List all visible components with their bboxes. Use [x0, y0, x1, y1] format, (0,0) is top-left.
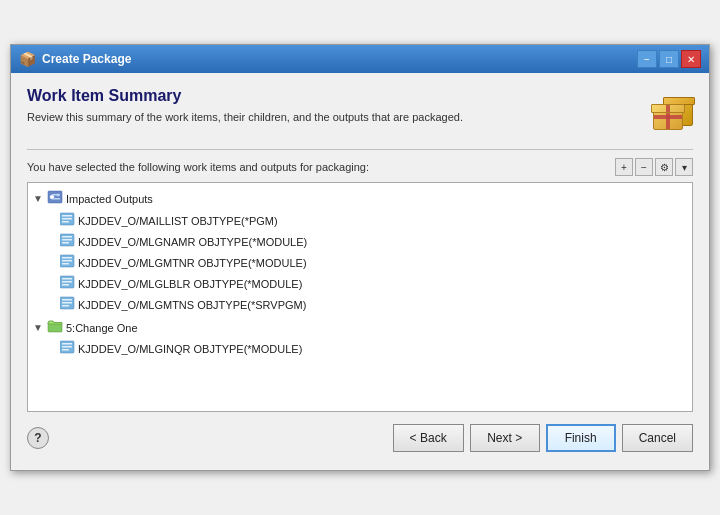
expander-impacted[interactable]: ▼ — [32, 193, 44, 204]
package-icon — [653, 94, 683, 130]
item-mlglblr-label: KJDDEV_O/MLGLBLR OBJTYPE(*MODULE) — [78, 278, 302, 290]
tree-toolbar: + − ⚙ ▾ — [615, 158, 693, 176]
next-button[interactable]: Next > — [470, 424, 540, 452]
tree-section-label-text: You have selected the following work ite… — [27, 161, 369, 173]
svg-rect-20 — [62, 284, 69, 286]
window-title: Create Package — [42, 52, 131, 66]
list-item[interactable]: KJDDEV_O/MAILLIST OBJTYPE(*PGM) — [60, 210, 688, 231]
dialog-footer: ? < Back Next > Finish Cancel — [27, 412, 693, 460]
list-item[interactable]: KJDDEV_O/MLGMTNR OBJTYPE(*MODULE) — [60, 252, 688, 273]
cancel-button[interactable]: Cancel — [622, 424, 693, 452]
impacted-outputs-children: KJDDEV_O/MAILLIST OBJTYPE(*PGM) KJDDEV_O… — [32, 210, 688, 315]
create-package-window: 📦 Create Package − □ ✕ Work Item Summary… — [10, 44, 710, 471]
item-mlgmtnr-label: KJDDEV_O/MLGMTNR OBJTYPE(*MODULE) — [78, 257, 307, 269]
item-mlginqr-label: KJDDEV_O/MLGINQR OBJTYPE(*MODULE) — [78, 343, 302, 355]
svg-rect-15 — [62, 260, 72, 262]
expand-all-button[interactable]: + — [615, 158, 633, 176]
header-icon — [643, 87, 693, 137]
svg-rect-8 — [62, 221, 69, 223]
svg-rect-4 — [52, 198, 60, 200]
obj-icon-mlgmtnr — [60, 254, 75, 271]
dropdown-button[interactable]: ▾ — [675, 158, 693, 176]
close-button[interactable]: ✕ — [681, 50, 701, 68]
obj-icon-mlgnamr — [60, 233, 75, 250]
svg-rect-7 — [62, 218, 72, 220]
obj-icon-mlglblr — [60, 275, 75, 292]
svg-rect-19 — [62, 281, 72, 283]
page-subtitle: Review this summary of the work items, t… — [27, 110, 643, 125]
change-one-icon — [47, 319, 63, 336]
page-title: Work Item Summary — [27, 87, 643, 105]
impacted-outputs-label: Impacted Outputs — [66, 193, 153, 205]
tree-group-change-one[interactable]: ▼ 5:Change One — [32, 317, 688, 338]
tree-section-header: You have selected the following work ite… — [27, 158, 693, 176]
tree-group-impacted[interactable]: ▼ Impacted Outputs — [32, 187, 688, 210]
svg-rect-14 — [62, 257, 72, 259]
change-one-children: KJDDEV_O/MLGINQR OBJTYPE(*MODULE) — [32, 338, 688, 359]
obj-icon-mlginqr — [60, 340, 75, 357]
footer-buttons: < Back Next > Finish Cancel — [393, 424, 693, 452]
svg-rect-10 — [62, 236, 72, 238]
item-mlgmtns-label: KJDDEV_O/MLGMTNS OBJTYPE(*SRVPGM) — [78, 299, 306, 311]
footer-left: ? — [27, 427, 49, 449]
svg-rect-12 — [62, 242, 69, 244]
item-mlgnamr-label: KJDDEV_O/MLGNAMR OBJTYPE(*MODULE) — [78, 236, 307, 248]
header-text: Work Item Summary Review this summary of… — [27, 87, 643, 125]
svg-rect-6 — [62, 215, 72, 217]
list-item[interactable]: KJDDEV_O/MLGMTNS OBJTYPE(*SRVPGM) — [60, 294, 688, 315]
svg-rect-3 — [52, 194, 60, 196]
title-bar-left: 📦 Create Package — [19, 51, 131, 67]
svg-rect-23 — [62, 302, 72, 304]
finish-button[interactable]: Finish — [546, 424, 616, 452]
impacted-outputs-icon — [47, 189, 63, 208]
title-bar: 📦 Create Package − □ ✕ — [11, 45, 709, 73]
svg-rect-16 — [62, 263, 69, 265]
back-button[interactable]: < Back — [393, 424, 464, 452]
svg-rect-28 — [62, 349, 69, 351]
tree-view[interactable]: ▼ Impacted Outputs — [27, 182, 693, 412]
help-button[interactable]: ? — [27, 427, 49, 449]
collapse-all-button[interactable]: − — [635, 158, 653, 176]
svg-rect-11 — [62, 239, 72, 241]
svg-rect-18 — [62, 278, 72, 280]
maximize-button[interactable]: □ — [659, 50, 679, 68]
list-item[interactable]: KJDDEV_O/MLGINQR OBJTYPE(*MODULE) — [60, 338, 688, 359]
svg-rect-26 — [62, 343, 72, 345]
change-one-label: 5:Change One — [66, 322, 138, 334]
minimize-button[interactable]: − — [637, 50, 657, 68]
header-section: Work Item Summary Review this summary of… — [27, 87, 693, 137]
svg-rect-27 — [62, 346, 72, 348]
svg-rect-22 — [62, 299, 72, 301]
item-maillist-label: KJDDEV_O/MAILLIST OBJTYPE(*PGM) — [78, 215, 278, 227]
svg-rect-24 — [62, 305, 69, 307]
list-item[interactable]: KJDDEV_O/MLGNAMR OBJTYPE(*MODULE) — [60, 231, 688, 252]
expander-change-one[interactable]: ▼ — [32, 322, 44, 333]
window-icon: 📦 — [19, 51, 36, 67]
list-item[interactable]: KJDDEV_O/MLGLBLR OBJTYPE(*MODULE) — [60, 273, 688, 294]
dialog-content: Work Item Summary Review this summary of… — [11, 73, 709, 470]
obj-icon-maillist — [60, 212, 75, 229]
window-controls: − □ ✕ — [637, 50, 701, 68]
header-divider — [27, 149, 693, 150]
obj-icon-mlgmtns — [60, 296, 75, 313]
settings-button[interactable]: ⚙ — [655, 158, 673, 176]
